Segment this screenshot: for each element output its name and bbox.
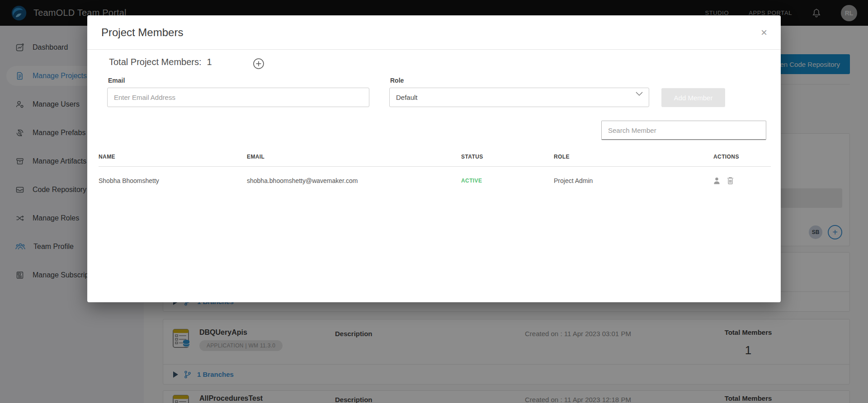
role-label: Role xyxy=(390,77,404,84)
email-field[interactable] xyxy=(107,88,369,107)
col-header-email: EMAIL xyxy=(247,154,461,160)
col-header-name: NAME xyxy=(99,154,247,160)
col-header-role: ROLE xyxy=(554,154,713,160)
member-email: shobha.bhoomshetty@wavemaker.com xyxy=(247,177,461,184)
project-members-modal: Project Members × Total Project Members:… xyxy=(87,15,781,302)
col-header-actions: ACTIONS xyxy=(713,154,771,160)
search-member-input[interactable] xyxy=(601,121,766,140)
modal-title: Project Members xyxy=(101,26,183,39)
close-icon[interactable]: × xyxy=(761,27,767,38)
add-member-button[interactable]: Add Member xyxy=(661,88,725,107)
member-name: Shobha Bhoomshetty xyxy=(99,177,247,184)
email-label: Email xyxy=(108,77,125,84)
table-header-row: NAME EMAIL STATUS ROLE ACTIONS xyxy=(99,151,771,167)
col-header-status: STATUS xyxy=(461,154,554,160)
total-project-members: Total Project Members: 1 xyxy=(109,57,212,67)
delete-trash-icon[interactable] xyxy=(727,177,734,184)
plus-circle-icon[interactable] xyxy=(253,58,264,70)
total-project-members-count: 1 xyxy=(207,57,212,67)
member-role: Project Admin xyxy=(554,177,713,184)
table-row: Shobha Bhoomshetty shobha.bhoomshetty@wa… xyxy=(99,167,771,194)
role-dropdown[interactable]: Default xyxy=(389,88,649,107)
members-table: NAME EMAIL STATUS ROLE ACTIONS Shobha Bh… xyxy=(99,151,771,194)
member-status-badge: ACTIVE xyxy=(461,178,554,184)
change-role-person-icon[interactable] xyxy=(713,177,720,184)
